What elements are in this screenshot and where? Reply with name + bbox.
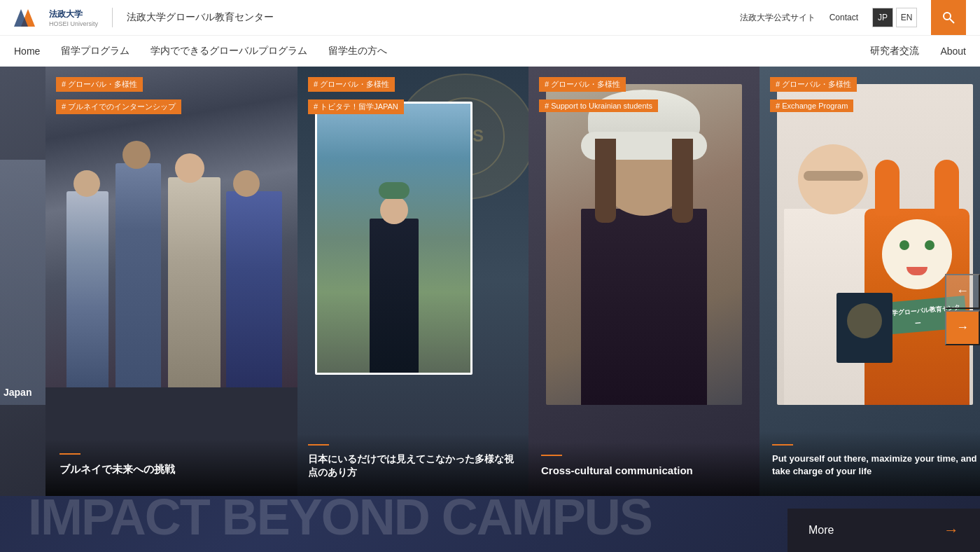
brunei-person-3 <box>168 177 220 387</box>
bunny-tag-2: # Exchange Program <box>770 99 853 112</box>
nav-study-abroad[interactable]: 留学プログラム <box>61 45 130 57</box>
brunei-head-1 <box>74 170 100 197</box>
ukraine-photo-area <box>546 84 742 405</box>
bridge-embedded-photo <box>315 102 472 375</box>
bridge-photo-interior <box>317 104 470 373</box>
impact-text: Impact Beyond Campus <box>0 488 652 546</box>
more-button[interactable]: More → <box>788 509 980 552</box>
bridge-tags-top: # グローバル・多様性 # トビタテ！留学JAPAN <box>308 77 404 118</box>
bridge-tag-1: # グローバル・多様性 <box>308 77 395 92</box>
search-icon <box>941 11 955 25</box>
bridge-title: 日本にいるだけでは見えてこなかった多様な視点のあり方 <box>308 453 518 480</box>
bunny-mouth <box>906 267 927 275</box>
svg-line-3 <box>950 19 954 23</box>
more-label: More <box>808 524 834 537</box>
bridge-orange-line <box>308 444 329 446</box>
main-nav: Home 留学プログラム 学内でできるグローバルプログラム 留学生の方へ 研究者… <box>0 35 980 67</box>
ukraine-hair-left <box>595 139 616 223</box>
bunny-eye-right <box>925 240 934 250</box>
brunei-head-2 <box>122 141 150 169</box>
main-content: HOS Japan <box>0 67 980 552</box>
bridge-person-hat <box>379 182 410 199</box>
brunei-orange-line <box>59 453 80 455</box>
ukraine-body <box>581 209 707 405</box>
header: 法政大学 HOSEI University 法政大学グローバル教育センター 法政… <box>0 0 980 35</box>
brunei-person-2 <box>115 163 161 387</box>
ukraine-hair-right <box>672 139 693 223</box>
bridge-tag-2: # トビタテ！留学JAPAN <box>308 99 404 114</box>
logo-area[interactable]: 法政大学 HOSEI University 法政大学グローバル教育センター <box>14 6 274 30</box>
ukraine-orange-line <box>541 455 562 456</box>
nav-right: 研究者交流 About <box>870 45 966 57</box>
brunei-head-3 <box>175 153 204 183</box>
bridge-person-head <box>380 196 408 224</box>
header-divider <box>112 8 113 27</box>
brunei-head-4 <box>233 170 260 197</box>
brunei-tag-2: # ブルネイでのインターンシップ <box>56 99 181 114</box>
more-arrow-icon: → <box>944 521 959 539</box>
card-ukraine[interactable]: # グローバル・多様性 # Support to Ukrainian stude… <box>528 67 760 496</box>
bunny-title: Put yourself out there, maximize your ti… <box>772 453 978 478</box>
bunny-orange-line <box>772 444 793 446</box>
bunny-book-emblem <box>847 303 882 338</box>
ukraine-tag-2: # Support to Ukrainian students <box>539 99 658 112</box>
brunei-person-1 <box>66 191 108 387</box>
brunei-tag-1: # グローバル・多様性 <box>56 77 143 92</box>
nav-left: Home 留学プログラム 学内でできるグローバルプログラム 留学生の方へ <box>14 45 387 57</box>
prev-arrow-button[interactable]: ← <box>945 274 980 309</box>
brunei-person-4 <box>226 191 282 387</box>
hosei-logo-icon <box>14 6 42 30</box>
lang-en-button[interactable]: EN <box>896 8 917 27</box>
header-right: 法政大学公式サイト Contact JP EN <box>740 0 966 35</box>
ukraine-tag-1: # グローバル・多様性 <box>539 77 626 92</box>
logo-university-name: 法政大学 <box>49 8 98 20</box>
bunny-girl-glasses <box>804 171 863 181</box>
official-site-link[interactable]: 法政大学公式サイト <box>740 12 816 24</box>
bunny-ear-right <box>934 160 959 216</box>
ukraine-tags-top: # グローバル・多様性 # Support to Ukrainian stude… <box>539 77 658 116</box>
nav-home[interactable]: Home <box>14 46 40 57</box>
bunny-tags-top: # グローバル・多様性 # Exchange Program <box>770 77 857 116</box>
contact-link[interactable]: Contact <box>830 13 858 22</box>
nav-researcher[interactable]: 研究者交流 <box>870 45 919 57</box>
search-button[interactable] <box>931 0 966 35</box>
nav-global-programs[interactable]: 学内でできるグローバルプログラム <box>150 45 307 57</box>
lang-jp-button[interactable]: JP <box>872 8 893 27</box>
ukraine-title: Cross-cultural communication <box>541 463 747 478</box>
bunny-photo-area: 法政大学グローバル教育センター <box>777 84 973 405</box>
next-arrow-button[interactable]: → <box>945 310 980 345</box>
card-bridge[interactable]: HOS # グローバル・多様性 # トビタテ！留学JAPAN <box>298 67 528 496</box>
brunei-title: ブルネイで未来への挑戦 <box>59 462 284 476</box>
bunny-book <box>836 293 892 363</box>
card-brunei[interactable]: # グローバル・多様性 # ブルネイでのインターンシップ ブルネイで未来への挑戦 <box>46 67 298 496</box>
bunny-ear-left <box>875 160 899 216</box>
card-partial-left[interactable]: Japan <box>0 67 46 496</box>
partial-left-title: Japan <box>4 387 31 398</box>
nav-arrows: ← → <box>945 274 980 345</box>
nav-about[interactable]: About <box>940 46 966 57</box>
nav-international-students[interactable]: 留学生の方へ <box>328 45 387 57</box>
bunny-eye-left <box>899 240 909 250</box>
brunei-tags-top: # グローバル・多様性 # ブルネイでのインターンシップ <box>56 77 181 118</box>
site-name: 法政大学グローバル教育センター <box>127 11 274 24</box>
lang-switcher: JP EN <box>872 8 917 27</box>
partial-left-photo <box>0 160 46 405</box>
logo-university-sub: HOSEI University <box>49 20 98 27</box>
svg-point-2 <box>944 13 951 20</box>
bunny-face <box>882 219 952 289</box>
bunny-tag-1: # グローバル・多様性 <box>770 77 857 92</box>
cards-row: Japan # グローバル・多様性 # ブルネイでのインターンシップ <box>0 67 980 496</box>
bridge-person-body <box>370 219 419 373</box>
